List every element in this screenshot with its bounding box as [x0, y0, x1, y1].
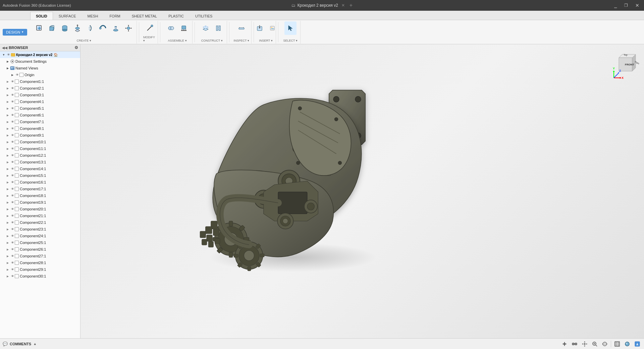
tree-component-5[interactable]: ▶ 👁 Component5:1 [0, 105, 80, 112]
comp-expand-icon[interactable]: ▶ [5, 133, 10, 138]
revolve-btn[interactable] [84, 21, 96, 35]
comp-checkbox[interactable] [15, 113, 19, 117]
comments-expand-icon[interactable]: ▲ [33, 342, 37, 346]
comp-checkbox[interactable] [15, 173, 19, 178]
comp-checkbox[interactable] [15, 207, 19, 211]
comp-visibility-icon[interactable]: 👁 [10, 274, 15, 279]
comp-expand-icon[interactable]: ▶ [5, 113, 10, 117]
tree-component-4[interactable]: ▶ 👁 Component4:1 [0, 98, 80, 105]
tab-sheet-metal[interactable]: SHEET METAL [126, 12, 163, 20]
tree-component-24[interactable]: ▶ 👁 Component24:1 [0, 233, 80, 239]
tab-solid[interactable]: SOLID [30, 12, 53, 20]
joint-display-btn[interactable] [571, 340, 579, 348]
render-mode-btn[interactable] [623, 340, 631, 348]
tree-component-13[interactable]: ▶ 👁 Component13:1 [0, 159, 80, 165]
modify-btn[interactable] [144, 21, 156, 35]
tab-plastic[interactable]: PLASTIC [163, 12, 190, 20]
tree-component-3[interactable]: ▶ 👁 Component3:1 [0, 92, 80, 98]
new-tab-icon[interactable]: + [350, 2, 353, 8]
comp-visibility-icon[interactable]: 👁 [10, 213, 15, 218]
comp-visibility-icon[interactable]: 👁 [10, 126, 15, 131]
tab-utilities[interactable]: UTILITIES [190, 12, 218, 20]
tab-surface[interactable]: SURFACE [53, 12, 82, 20]
comp-expand-icon[interactable]: ▶ [5, 220, 10, 225]
comp-visibility-icon[interactable]: 👁 [10, 93, 15, 97]
comp-expand-icon[interactable]: ▶ [5, 173, 10, 178]
comp-expand-icon[interactable]: ▶ [5, 234, 10, 238]
loft-btn[interactable] [110, 21, 122, 35]
comp-visibility-icon[interactable]: 👁 [10, 79, 15, 84]
tree-doc-settings[interactable]: ▶ Document Settings [0, 58, 80, 65]
tree-component-25[interactable]: ▶ 👁 Component25:1 [0, 239, 80, 246]
comp-visibility-icon[interactable]: 👁 [10, 180, 15, 185]
comp-checkbox[interactable] [15, 261, 19, 265]
comp-visibility-icon[interactable]: 👁 [10, 207, 15, 211]
tree-component-22[interactable]: ▶ 👁 Component22:1 [0, 219, 80, 226]
comp-checkbox[interactable] [15, 234, 19, 238]
comp-visibility-icon[interactable]: 👁 [10, 247, 15, 252]
comp-expand-icon[interactable]: ▶ [5, 267, 10, 272]
comp-visibility-icon[interactable]: 👁 [10, 220, 15, 225]
tree-component-14[interactable]: ▶ 👁 Component14:1 [0, 165, 80, 172]
tree-component-18[interactable]: ▶ 👁 Component18:1 [0, 192, 80, 199]
comp-checkbox[interactable] [15, 86, 19, 90]
tree-component-9[interactable]: ▶ 👁 Component9:1 [0, 132, 80, 139]
tree-component-12[interactable]: ▶ 👁 Component12:1 [0, 152, 80, 159]
comp-checkbox[interactable] [15, 93, 19, 97]
comp-expand-icon[interactable]: ▶ [5, 166, 10, 171]
comp-checkbox[interactable] [15, 220, 19, 225]
comp-checkbox[interactable] [15, 267, 19, 271]
comp-expand-icon[interactable]: ▶ [5, 227, 10, 232]
box-btn[interactable] [46, 21, 58, 35]
tree-component-10[interactable]: ▶ 👁 Component10:1 [0, 139, 80, 145]
comp-expand-icon[interactable]: ▶ [5, 254, 10, 258]
move-btn[interactable] [122, 21, 135, 35]
tab-close-icon[interactable]: ✕ [341, 3, 345, 8]
joint-btn[interactable] [165, 21, 177, 35]
comp-visibility-icon[interactable]: 👁 [10, 260, 15, 265]
comp-expand-icon[interactable]: ▶ [5, 119, 10, 124]
comp-checkbox[interactable] [15, 127, 19, 131]
browser-collapse-icon[interactable]: ◀◀ [2, 46, 7, 50]
tree-component-26[interactable]: ▶ 👁 Component26:1 [0, 246, 80, 253]
tree-component-11[interactable]: ▶ 👁 Component11:1 [0, 145, 80, 152]
comp-visibility-icon[interactable]: 👁 [10, 267, 15, 272]
comp-checkbox[interactable] [15, 147, 19, 151]
tab-form[interactable]: FORM [104, 12, 126, 20]
comp-expand-icon[interactable]: ▶ [5, 247, 10, 252]
design-dropdown[interactable]: DESIGN ▼ [3, 29, 27, 36]
tree-component-16[interactable]: ▶ 👁 Component16:1 [0, 179, 80, 186]
browser-settings-icon[interactable]: ⚙ [74, 45, 78, 50]
comp-expand-icon[interactable]: ▶ [5, 207, 10, 211]
root-expand-icon[interactable]: ▼ [1, 52, 6, 57]
doc-settings-expand-icon[interactable]: ▶ [5, 59, 10, 64]
comp-expand-icon[interactable]: ▶ [5, 106, 10, 111]
comp-visibility-icon[interactable]: 👁 [10, 187, 15, 191]
comp-checkbox[interactable] [15, 247, 19, 251]
tree-component-23[interactable]: ▶ 👁 Component23:1 [0, 226, 80, 233]
comp-expand-icon[interactable]: ▶ [5, 213, 10, 218]
comp-expand-icon[interactable]: ▶ [5, 79, 10, 84]
origin-expand-icon[interactable]: ▶ [10, 72, 15, 77]
comp-expand-icon[interactable]: ▶ [5, 193, 10, 198]
comp-visibility-icon[interactable]: 👁 [10, 166, 15, 171]
comp-visibility-icon[interactable]: 👁 [10, 193, 15, 198]
root-home-icon[interactable]: 🏠 [54, 53, 58, 57]
comp-expand-icon[interactable]: ▶ [5, 126, 10, 131]
comp-checkbox[interactable] [15, 180, 19, 184]
comp-expand-icon[interactable]: ▶ [5, 160, 10, 164]
offset-plane-btn[interactable] [200, 21, 212, 35]
comp-checkbox[interactable] [15, 194, 19, 198]
insert-btn[interactable] [254, 21, 266, 35]
comp-checkbox[interactable] [15, 187, 19, 191]
comp-expand-icon[interactable]: ▶ [5, 240, 10, 245]
comp-checkbox[interactable] [15, 153, 19, 157]
comp-checkbox[interactable] [15, 167, 19, 171]
comp-checkbox[interactable] [15, 254, 19, 258]
zoom-btn[interactable] [591, 340, 599, 348]
origin-marker-btn[interactable] [560, 340, 569, 348]
tree-component-20[interactable]: ▶ 👁 Component20:1 [0, 206, 80, 212]
tree-component-2[interactable]: ▶ 👁 Component2:1 [0, 85, 80, 92]
comp-expand-icon[interactable]: ▶ [5, 140, 10, 144]
tree-component-19[interactable]: ▶ 👁 Component19:1 [0, 199, 80, 206]
